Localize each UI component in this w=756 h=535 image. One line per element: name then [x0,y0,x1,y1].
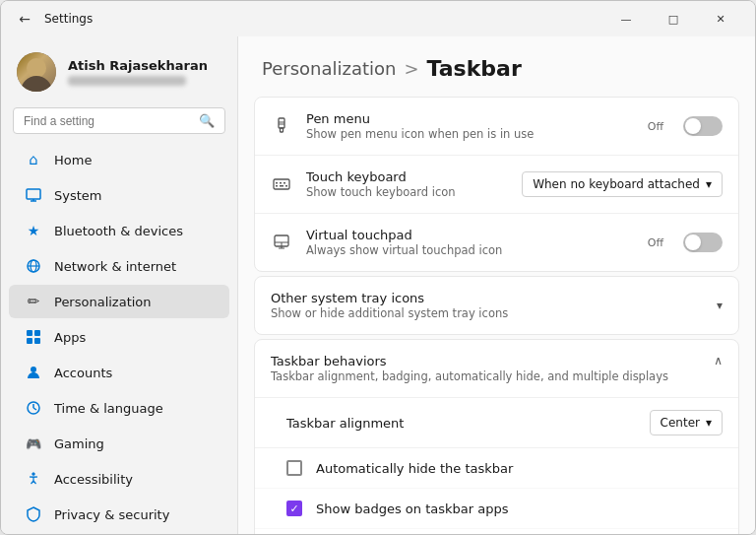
behavior-row-0: Automatically hide the taskbar [255,448,738,489]
touch-keyboard-dropdown[interactable]: When no keyboard attached ▾ [522,171,723,197]
sidebar-item-home[interactable]: ⌂ Home [9,143,229,176]
content-area: Personalization > Taskbar [237,36,755,534]
window-controls: — □ ✕ [603,3,743,34]
time-icon [25,399,42,417]
network-icon [25,257,42,275]
sidebar-item-privacy[interactable]: Privacy & security [9,498,229,531]
other-tray-title: Other system tray icons [271,291,717,305]
svg-rect-25 [274,179,289,189]
alignment-label: Taskbar alignment [286,416,636,431]
user-section: Atish Rajasekharan [1,44,237,103]
sidebar-item-time[interactable]: Time & language [9,391,229,425]
user-email-blur [68,76,186,86]
system-tray-card: Pen menu Show pen menu icon when pen is … [254,97,739,272]
close-button[interactable]: ✕ [698,3,743,34]
virtual-touchpad-toggle[interactable] [683,233,723,252]
behaviors-header-text: Taskbar behaviors Taskbar alignment, bad… [271,354,714,383]
apps-icon [25,328,42,346]
virtual-touchpad-off-label: Off [648,236,663,249]
svg-rect-7 [34,330,40,336]
back-button[interactable]: ← [13,7,36,31]
behavior-row-2: ✓ Show flashing on taskbar apps [255,529,738,534]
touch-keyboard-icon [271,173,292,195]
content-body: Pen menu Show pen menu icon when pen is … [238,97,755,534]
sidebar-item-label: System [54,188,101,203]
search-box[interactable]: 🔍 [13,107,225,134]
sidebar-item-gaming[interactable]: 🎮 Gaming [9,427,229,460]
sidebar-item-label: Accounts [54,366,112,380]
alignment-dropdown[interactable]: Center ▾ [650,410,723,435]
minimize-button[interactable]: — [603,3,649,34]
sidebar-item-personalization[interactable]: ✏ Personalization [9,285,229,318]
behaviors-header[interactable]: Taskbar behaviors Taskbar alignment, bad… [255,340,738,398]
breadcrumb-separator: > [404,58,418,79]
system-icon [25,186,42,204]
taskbar-behaviors-section: Taskbar behaviors Taskbar alignment, bad… [254,339,739,534]
svg-rect-26 [276,182,278,184]
svg-line-13 [33,408,36,410]
behavior-row-1: ✓ Show badges on taskbar apps [255,489,738,529]
behavior-label: Show badges on taskbar apps [316,502,508,516]
sidebar-item-system[interactable]: System [9,178,229,212]
other-tray-text: Other system tray icons Show or hide add… [271,291,717,320]
auto-hide-checkbox[interactable] [286,460,302,476]
svg-point-15 [32,473,35,476]
virtual-touchpad-desc: Always show virtual touchpad icon [306,243,634,257]
svg-rect-30 [280,185,284,187]
toggle-thumb [685,234,701,250]
alignment-row: Taskbar alignment Center ▾ [255,398,738,448]
pen-menu-icon [271,115,292,137]
pen-menu-row: Pen menu Show pen menu icon when pen is … [255,98,738,156]
virtual-touchpad-icon [271,232,292,253]
pen-menu-toggle[interactable] [683,116,723,136]
virtual-touchpad-title: Virtual touchpad [306,228,634,242]
chevron-down-icon: ▾ [706,416,712,430]
svg-rect-29 [276,185,278,187]
sidebar-item-update[interactable]: Windows Update [9,533,229,534]
svg-rect-27 [280,182,282,184]
sidebar: Atish Rajasekharan 🔍 ⌂ Home [1,36,237,534]
svg-rect-28 [284,182,285,184]
touch-keyboard-text: Touch keyboard Show touch keyboard icon [306,169,508,199]
sidebar-item-accounts[interactable]: Accounts [9,356,229,389]
svg-rect-31 [285,185,287,187]
breadcrumb-parent: Personalization [262,58,396,79]
dropdown-value: When no keyboard attached [533,177,700,191]
other-tray-section[interactable]: Other system tray icons Show or hide add… [254,276,739,335]
touch-keyboard-row: Touch keyboard Show touch keyboard icon … [255,156,738,214]
sidebar-item-label: Time & language [54,401,163,416]
sidebar-item-label: Home [54,153,92,167]
behavior-label: Automatically hide the taskbar [316,461,513,476]
touch-keyboard-desc: Show touch keyboard icon [306,185,508,199]
accessibility-icon [25,470,42,488]
svg-rect-8 [27,338,32,344]
svg-rect-9 [34,338,40,344]
gaming-icon: 🎮 [25,435,42,452]
alignment-value: Center [661,416,700,430]
sidebar-item-label: Personalization [54,295,152,309]
virtual-touchpad-row: Virtual touchpad Always show virtual tou… [255,214,738,271]
sidebar-item-apps[interactable]: Apps [9,320,229,354]
touch-keyboard-title: Touch keyboard [306,169,508,184]
show-badges-checkbox[interactable]: ✓ [286,501,302,516]
svg-rect-6 [27,330,32,336]
sidebar-item-label: Accessibility [54,472,133,487]
search-icon: 🔍 [199,113,215,128]
maximize-button[interactable]: □ [651,3,696,34]
breadcrumb-current: Taskbar [427,56,522,81]
page-header: Personalization > Taskbar [238,36,755,97]
search-input[interactable] [24,114,191,128]
personalization-icon: ✏ [25,293,42,310]
pen-menu-desc: Show pen menu icon when pen is in use [306,127,634,141]
sidebar-item-network[interactable]: Network & internet [9,249,229,283]
chevron-down-icon: ▾ [717,299,723,312]
sidebar-item-accessibility[interactable]: Accessibility [9,462,229,496]
avatar [17,52,56,92]
chevron-up-icon: ∧ [714,354,723,368]
other-tray-desc: Show or hide additional system tray icon… [271,306,717,320]
sidebar-item-bluetooth[interactable]: ★ Bluetooth & devices [9,214,229,247]
virtual-touchpad-text: Virtual touchpad Always show virtual tou… [306,228,634,257]
sidebar-item-label: Gaming [54,436,104,451]
sidebar-item-label: Apps [54,330,86,345]
sidebar-item-label: Bluetooth & devices [54,224,183,238]
